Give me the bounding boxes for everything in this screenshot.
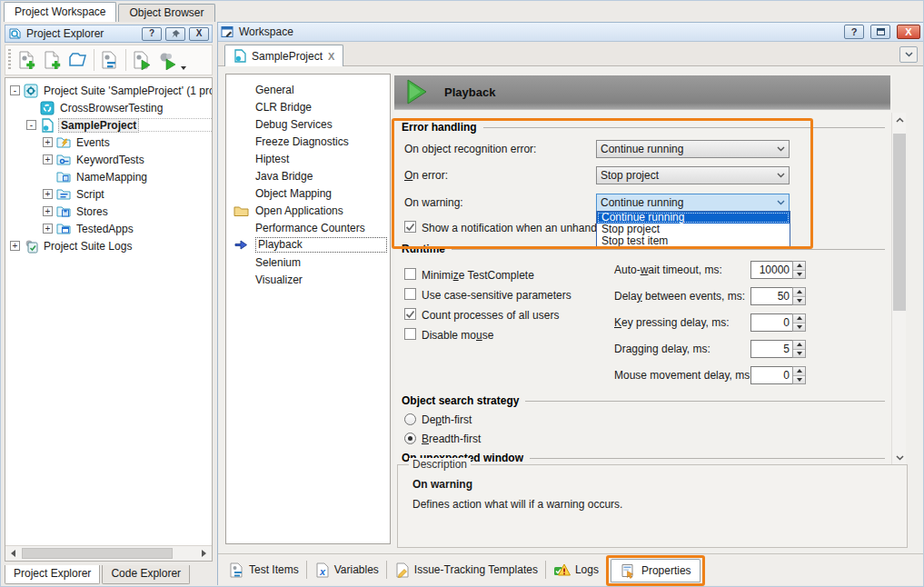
count-processes-checkbox[interactable] bbox=[404, 308, 416, 320]
add-existing-item-button[interactable] bbox=[65, 47, 91, 73]
expand-expander[interactable]: + bbox=[43, 206, 53, 216]
workspace-titlebar[interactable]: Workspace ? X bbox=[218, 23, 923, 42]
category-label: Open Applications bbox=[255, 204, 343, 217]
properties-vertical-scrollbar[interactable] bbox=[891, 113, 906, 465]
expand-expander[interactable]: + bbox=[43, 224, 53, 234]
case-sensitive-label: Use case-sensitive parameters bbox=[422, 289, 571, 302]
expand-expander[interactable]: + bbox=[43, 189, 53, 199]
add-new-item-button[interactable] bbox=[40, 47, 65, 73]
spin-up-button[interactable] bbox=[793, 288, 805, 296]
on-object-recognition-error-select[interactable]: Continue running bbox=[596, 140, 790, 158]
category-clr-bridge[interactable]: CLR Bridge bbox=[226, 98, 390, 115]
scroll-down-button[interactable] bbox=[893, 452, 906, 464]
tab-test-items[interactable]: Test Items bbox=[222, 559, 306, 581]
spin-down-button[interactable] bbox=[793, 270, 805, 279]
tab-code-explorer[interactable]: Code Explorer bbox=[102, 565, 190, 584]
category-playback[interactable]: Playback bbox=[226, 236, 390, 254]
tree-item-keywordtests[interactable]: + KeywordTests bbox=[5, 151, 212, 168]
tree-item-label: NameMapping bbox=[75, 171, 149, 184]
tab-logs[interactable]: Logs bbox=[546, 559, 606, 581]
spin-value[interactable]: 50 bbox=[750, 287, 792, 305]
spin-value[interactable]: 0 bbox=[750, 366, 792, 384]
tab-variables[interactable]: x Variables bbox=[307, 559, 386, 581]
on-error-select[interactable]: Stop project bbox=[596, 166, 790, 184]
spin-value[interactable]: 5 bbox=[750, 340, 792, 358]
category-open-applications[interactable]: Open Applications bbox=[226, 202, 390, 219]
category-java-bridge[interactable]: Java Bridge bbox=[226, 167, 390, 184]
category-object-mapping[interactable]: Object Mapping bbox=[226, 184, 390, 202]
spin-down-button[interactable] bbox=[793, 296, 805, 305]
key-pressing-delay-stepper[interactable]: 0 bbox=[750, 313, 806, 332]
spin-down-button[interactable] bbox=[793, 323, 805, 332]
category-visualizer[interactable]: Visualizer bbox=[226, 271, 390, 288]
expand-expander[interactable]: + bbox=[10, 241, 20, 251]
tree-item-crossbrowsertesting[interactable]: CrossBrowserTesting bbox=[5, 99, 212, 116]
workspace-help-button[interactable]: ? bbox=[844, 25, 864, 39]
depth-first-radio[interactable] bbox=[404, 413, 416, 425]
disable-mouse-checkbox[interactable] bbox=[404, 328, 416, 340]
tab-project-workspace[interactable]: Project Workspace bbox=[4, 2, 116, 22]
tab-sampleproject[interactable]: SampleProject X bbox=[224, 45, 343, 66]
spin-up-button[interactable] bbox=[793, 367, 805, 375]
tree-item-stores[interactable]: + Stores bbox=[5, 203, 212, 220]
tree-item-project-suite[interactable]: - Project Suite 'SampleProject' (1 proje… bbox=[5, 82, 212, 99]
tree-item-testedapps[interactable]: + TestedApps bbox=[5, 220, 212, 237]
category-general[interactable]: General bbox=[226, 81, 390, 98]
expand-expander[interactable]: + bbox=[43, 154, 53, 164]
tree-item-namemapping[interactable]: NameMapping bbox=[5, 168, 212, 185]
breadth-first-radio[interactable] bbox=[404, 433, 416, 444]
case-sensitive-checkbox[interactable] bbox=[404, 288, 416, 300]
show-notification-checkbox[interactable] bbox=[404, 221, 416, 233]
spin-down-button[interactable] bbox=[793, 349, 805, 358]
scroll-right-button[interactable] bbox=[196, 546, 212, 561]
scrollbar-thumb[interactable] bbox=[22, 548, 173, 559]
restore-icon bbox=[877, 28, 885, 35]
toolbar-more-caret-icon[interactable] bbox=[181, 66, 186, 70]
collapse-expander[interactable]: - bbox=[26, 120, 36, 130]
tree-item-events[interactable]: + Events bbox=[5, 134, 212, 151]
spin-up-button[interactable] bbox=[793, 314, 805, 323]
tab-project-explorer[interactable]: Project Explorer bbox=[5, 565, 100, 584]
category-selenium[interactable]: Selenium bbox=[226, 254, 390, 271]
collapse-expander[interactable]: - bbox=[10, 85, 20, 95]
toolbar-grip[interactable] bbox=[8, 49, 11, 71]
category-performance-counters[interactable]: Performance Counters bbox=[226, 219, 390, 236]
help-button[interactable]: ? bbox=[142, 27, 162, 41]
workspace-restore-button[interactable] bbox=[870, 25, 890, 39]
tab-object-browser[interactable]: Object Browser bbox=[118, 4, 214, 22]
tree-item-script[interactable]: + Script bbox=[5, 185, 212, 203]
run-project-button[interactable] bbox=[129, 47, 154, 73]
tab-list-dropdown-button[interactable] bbox=[899, 46, 918, 63]
tree-item-sampleproject[interactable]: - SampleProject bbox=[5, 116, 212, 134]
tab-properties[interactable]: Properties bbox=[611, 559, 700, 582]
close-tab-icon[interactable]: X bbox=[328, 51, 334, 62]
scroll-left-button[interactable] bbox=[5, 546, 21, 561]
category-hiptest[interactable]: Hiptest bbox=[226, 150, 390, 167]
scroll-up-button[interactable] bbox=[893, 114, 906, 126]
tree-item-project-suite-logs[interactable]: + Project Suite Logs bbox=[5, 237, 212, 254]
delay-between-events-stepper[interactable]: 50 bbox=[750, 287, 806, 305]
mouse-movement-delay-stepper[interactable]: 0 bbox=[750, 366, 806, 384]
on-warning-select[interactable]: Continue running bbox=[596, 194, 790, 212]
run-project-suite-button[interactable] bbox=[154, 47, 180, 73]
expand-expander[interactable]: + bbox=[43, 137, 53, 147]
add-new-project-button[interactable] bbox=[15, 47, 40, 73]
category-freeze-diagnostics[interactable]: Freeze Diagnostics bbox=[226, 133, 390, 150]
workspace-close-button[interactable]: X bbox=[897, 25, 920, 39]
dropdown-option-stop-test-item[interactable]: Stop test item bbox=[597, 235, 790, 247]
minimize-testcomplete-checkbox[interactable] bbox=[404, 268, 416, 280]
dragging-delay-stepper[interactable]: 5 bbox=[750, 340, 806, 358]
spin-value[interactable]: 10000 bbox=[750, 261, 792, 279]
pin-button[interactable] bbox=[165, 27, 185, 41]
close-panel-button[interactable]: X bbox=[189, 27, 209, 41]
scrollbar-thumb[interactable] bbox=[893, 134, 906, 311]
organize-test-items-button[interactable] bbox=[97, 47, 123, 73]
spin-value[interactable]: 0 bbox=[750, 313, 792, 332]
category-debug-services[interactable]: Debug Services bbox=[226, 115, 390, 133]
tab-issue-tracking-templates[interactable]: Issue-Tracking Templates bbox=[387, 559, 545, 581]
tree-horizontal-scrollbar[interactable] bbox=[5, 545, 212, 561]
spin-up-button[interactable] bbox=[793, 341, 805, 349]
spin-up-button[interactable] bbox=[793, 262, 805, 270]
auto-wait-timeout-stepper[interactable]: 10000 bbox=[750, 261, 806, 279]
spin-down-button[interactable] bbox=[793, 375, 805, 384]
